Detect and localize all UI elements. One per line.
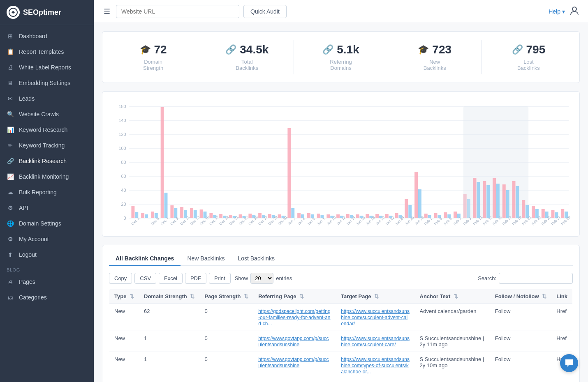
sidebar-item-logout[interactable]: ⬆ Logout [0,247,94,262]
target-page-link[interactable]: https://www.succulentsandsunshine.com/su… [341,308,410,327]
sidebar-item-label: White Label Reports [19,64,71,71]
referring-page-link[interactable]: https://godspacelight.com/getting-our-fa… [258,308,330,327]
total-backlinks-value: 34.5k [240,43,269,56]
svg-rect-50 [278,214,281,218]
th-link[interactable]: Link [551,289,572,304]
row-page-strength: 0 [199,331,253,352]
sidebar-item-backlink-research[interactable]: 🔗 Backlink Research [0,153,94,169]
th-page-strength[interactable]: Page Strength ⇅ [199,289,253,304]
sidebar-item-website-crawls[interactable]: 🔍 Website Crawls [0,106,94,122]
sidebar-item-api[interactable]: ⚙ API [0,200,94,216]
chat-button[interactable] [560,354,578,372]
tab-new-backlinks[interactable]: New Backlinks [181,252,231,266]
svg-text:0: 0 [123,216,126,221]
sidebar-item-keyword-tracking[interactable]: ✏ Keyword Tracking [0,138,94,153]
sidebar-item-backlink-monitoring[interactable]: 📈 Backlink Monitoring [0,169,94,184]
row-follow: Follow [490,331,552,352]
svg-rect-94 [486,185,490,218]
excel-button[interactable]: Excel [159,273,183,284]
csv-button[interactable]: CSV [134,273,156,284]
help-button[interactable]: Help ▾ [549,8,565,15]
svg-rect-74 [395,213,398,218]
row-anchor-text: Advent calendar/garden [415,304,490,331]
svg-text:100: 100 [118,146,126,151]
svg-rect-36 [209,213,213,218]
logo-icon [7,6,20,19]
svg-rect-103 [532,206,535,218]
chevron-down-icon: ▾ [562,8,565,15]
th-referring-page[interactable]: Referring Page ⇅ [253,289,336,304]
user-icon-button[interactable] [569,5,580,18]
domain-strength-value: 72 [154,43,167,56]
svg-rect-48 [268,214,271,218]
svg-rect-76 [405,199,408,218]
sidebar-item-bulk-reporting[interactable]: ☁ Bulk Reporting [0,184,94,200]
svg-text:180: 180 [118,104,126,109]
svg-rect-66 [356,214,359,218]
tab-all-backlink-changes[interactable]: All Backlink Changes [109,252,181,266]
svg-text:140: 140 [118,118,126,123]
th-target-page[interactable]: Target Page ⇅ [336,289,414,304]
sidebar-item-label: Embedding Settings [19,80,70,86]
sidebar-item-leads[interactable]: ✉ Leads [0,91,94,106]
pdf-button[interactable]: PDF [185,273,206,284]
backlink-tabs: All Backlink Changes New Backlinks Lost … [109,252,573,266]
sidebar-item-my-account[interactable]: ⚙ My Account [0,231,94,247]
sidebar-item-embedding-settings[interactable]: 🖥 Embedding Settings [0,75,94,91]
target-page-link[interactable]: https://www.succulentsandsunshine.com/ty… [341,357,410,375]
svg-rect-42 [239,214,242,218]
sidebar-item-label: Report Templates [19,48,64,55]
referring-domains-icon: 🔗 [322,44,333,55]
row-type: New [109,352,139,379]
sidebar-item-report-templates[interactable]: 📋 Report Templates [0,44,94,60]
svg-rect-64 [346,214,350,218]
svg-rect-98 [506,190,509,218]
th-anchor-text[interactable]: Anchor Text ⇅ [415,289,490,304]
svg-rect-44 [248,214,252,218]
sort-icon: ⇅ [244,293,248,299]
svg-rect-79 [418,189,421,218]
sidebar-item-white-label-reports[interactable]: 🖨 White Label Reports [0,60,94,75]
th-domain-strength[interactable]: Domain Strength ⇅ [139,289,199,304]
row-link: Href [551,331,572,352]
chart-icon: 📊 [7,126,14,133]
hamburger-button[interactable]: ☰ [102,5,112,18]
row-page-strength: 0 [199,304,253,331]
sidebar-item-label: Backlink Research [19,158,67,164]
stats-row: 🎓 72 DomainStrength 🔗 34.5k TotalBacklin… [102,31,580,83]
sidebar-item-dashboard[interactable]: ⊞ Dashboard [0,28,94,44]
row-target-page: https://www.succulentsandsunshine.com/su… [336,304,414,331]
sort-icon: ⇅ [190,293,194,299]
table-row: New 62 0 https://godspacelight.com/getti… [109,304,573,331]
referring-page-link[interactable]: https://www.govtapp.com/p/succulentsands… [258,336,329,347]
sidebar-item-keyword-research[interactable]: 📊 Keyword Research [0,122,94,138]
quick-audit-button[interactable]: Quick Audit [243,5,287,18]
url-input[interactable] [116,5,239,18]
row-follow: Follow [490,352,552,379]
trending-icon: 📈 [7,173,14,180]
pencil-icon: ✏ [7,142,14,149]
svg-rect-58 [317,214,320,218]
th-type[interactable]: Type ⇅ [109,289,139,304]
content-area: 🎓 72 DomainStrength 🔗 34.5k TotalBacklin… [94,23,588,382]
print-icon: 🖨 [7,64,14,71]
sidebar-item-label: Keyword Research [19,127,67,133]
th-follow-nofollow[interactable]: Follow / Nofollow ⇅ [490,289,552,304]
sidebar-item-pages[interactable]: 🖨 Pages [0,274,94,290]
backlinks-chart: 0 20 40 60 80 100 120 140 180 [109,98,573,230]
print-button[interactable]: Print [209,273,231,284]
search-input[interactable] [499,273,573,284]
total-backlinks-label: TotalBacklinks [236,59,258,71]
row-page-strength: 0 [199,352,253,379]
target-page-link[interactable]: https://www.succulentsandsunshine.com/su… [341,336,410,347]
table-controls: Copy CSV Excel PDF Print Show 10 20 50 1… [109,273,573,284]
sidebar-item-domain-settings[interactable]: 🌐 Domain Settings [0,216,94,231]
sidebar-item-categories[interactable]: 🗂 Categories [0,290,94,305]
tab-lost-backlinks[interactable]: Lost Backlinks [231,252,281,266]
svg-rect-20 [131,206,134,218]
copy-button[interactable]: Copy [109,273,132,284]
svg-rect-100 [516,186,519,218]
entries-select[interactable]: 10 20 50 100 [250,273,273,284]
referring-page-link[interactable]: https://www.govtapp.com/p/succulentsands… [258,357,329,368]
svg-rect-32 [190,208,193,218]
